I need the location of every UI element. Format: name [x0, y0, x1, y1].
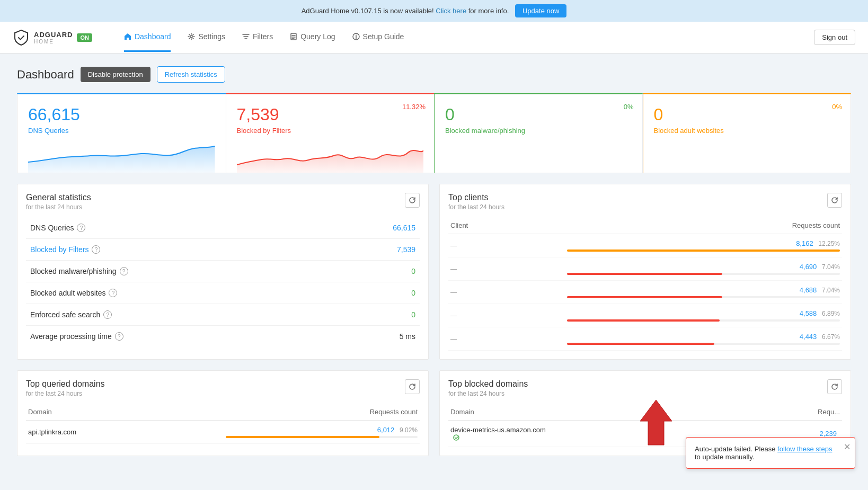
top-blocked-header: Top blocked domains for the last 24 hour… [448, 379, 842, 397]
dns-help-icon[interactable]: ? [77, 224, 85, 232]
stat-row-safe-search: Enforced safe search ? 0 [26, 304, 420, 326]
toast-link[interactable]: follow these steps [777, 445, 832, 453]
queried-col-requests: Requests count [224, 404, 420, 421]
client-bar [567, 343, 714, 345]
top-blocked-subtitle: for the last 24 hours [448, 390, 528, 397]
nav-settings[interactable]: Settings [188, 23, 225, 52]
stat-card-dns-queries: 66,615 DNS Queries [17, 93, 226, 173]
blocked-domain-icon [453, 434, 460, 441]
general-stats-subtitle: for the last 24 hours [26, 203, 91, 211]
queried-domain-name: api.tplinkra.com [26, 421, 224, 444]
banner-suffix: for more info. [468, 7, 509, 15]
top-clients-title: Top clients [448, 193, 504, 202]
blocked-adult-percent: 0% [832, 103, 842, 111]
client-bar [567, 319, 720, 322]
adult-row-value: 0 [411, 289, 415, 297]
client-count-cell: 4,443 6.67% [565, 327, 842, 351]
blocked-col-domain: Domain [448, 404, 759, 421]
sign-out-button[interactable]: Sign out [814, 30, 855, 45]
client-count: 4,588 [800, 309, 817, 317]
blocked-domain-name: device-metrics-us.amazon.com [450, 426, 546, 434]
top-blocked-title: Top blocked domains [448, 379, 528, 389]
on-badge: ON [77, 33, 92, 42]
clients-scroll-area[interactable]: Client Requests count — 8,162 12.25% — 4… [448, 217, 842, 351]
blocked-malware-value: 0 [445, 105, 632, 124]
clients-refresh-icon [831, 197, 838, 204]
stat-card-blocked-malware: 0% 0 Blocked malware/phishing [434, 93, 643, 173]
top-clients-refresh-button[interactable] [827, 193, 842, 208]
top-queried-panel: Top queried domains for the last 24 hour… [17, 370, 429, 456]
client-pct: 7.04% [822, 263, 840, 271]
adguard-logo-icon [13, 29, 30, 46]
client-count: 4,690 [800, 263, 817, 271]
nav-filters[interactable]: Filters [242, 23, 273, 52]
blocked-malware-percent: 0% [624, 103, 634, 111]
client-label: — [448, 234, 565, 257]
bottom-grid: General statistics for the last 24 hours… [17, 184, 851, 456]
safe-search-help-icon[interactable]: ? [103, 310, 112, 319]
blocked-adult-value: 0 [654, 105, 840, 124]
svg-point-3 [454, 435, 459, 440]
logo-text: ADGUARD [34, 31, 73, 39]
stat-row-blocked-filters: Blocked by Filters ? 7,539 [26, 239, 420, 261]
client-pct: 12.25% [818, 240, 840, 247]
malware-help-icon[interactable]: ? [120, 267, 128, 275]
client-label: — [448, 304, 565, 327]
nav-links: Dashboard Settings Filters Query Log Set… [124, 23, 814, 52]
client-label: — [448, 257, 565, 281]
general-stats-refresh-button[interactable] [405, 193, 420, 208]
client-bar [567, 273, 723, 275]
blocked-adult-label: Blocked adult websites [654, 127, 840, 135]
settings-icon [188, 33, 195, 40]
client-count: 4,443 [800, 333, 817, 341]
client-row: — 8,162 12.25% [448, 234, 842, 257]
client-count: 8,162 [796, 239, 813, 247]
disable-protection-button[interactable]: Disable protection [81, 67, 150, 82]
refresh-statistics-button[interactable]: Refresh statistics [157, 66, 225, 83]
nav-setup-guide[interactable]: Setup Guide [352, 23, 404, 52]
top-queried-subtitle: for the last 24 hours [26, 390, 105, 397]
client-count-cell: 4,688 7.04% [565, 281, 842, 304]
client-row: — 4,688 7.04% [448, 281, 842, 304]
top-clients-subtitle: for the last 24 hours [448, 203, 504, 211]
avg-time-row-value: 5 ms [400, 332, 415, 341]
error-toast: Auto-update failed. Please follow these … [686, 437, 855, 469]
clients-col-requests: Requests count [565, 217, 842, 234]
nav-query-log[interactable]: Query Log [290, 23, 335, 52]
main-content: Dashboard Disable protection Refresh sta… [0, 54, 868, 469]
update-banner: AdGuard Home v0.107.15 is now available!… [0, 0, 868, 22]
dns-queries-label: DNS Queries [28, 127, 215, 135]
stats-row: 66,615 DNS Queries 11.32% 7,539 [17, 93, 851, 173]
banner-link[interactable]: Click here [436, 7, 466, 15]
page-header: Dashboard Disable protection Refresh sta… [17, 66, 851, 83]
filters-icon [242, 33, 250, 40]
stat-card-blocked-adult: 0% 0 Blocked adult websites [643, 93, 852, 173]
nav-dashboard[interactable]: Dashboard [124, 23, 171, 52]
client-pct: 6.67% [822, 333, 840, 341]
general-stats-panel: General statistics for the last 24 hours… [17, 184, 429, 360]
dns-queries-chart [28, 141, 215, 173]
stat-card-blocked-filters: 11.32% 7,539 Blocked by Filters [226, 93, 435, 173]
client-bar [567, 250, 840, 252]
toast-close-button[interactable]: ✕ [844, 442, 851, 452]
queried-refresh-icon [409, 383, 416, 390]
client-count: 4,688 [800, 286, 817, 294]
blocked-filters-label: Blocked by Filters [237, 127, 424, 135]
adult-help-icon[interactable]: ? [109, 289, 117, 297]
avg-time-help-icon[interactable]: ? [115, 332, 123, 341]
queried-bar [226, 436, 379, 438]
clients-col-client: Client [448, 217, 565, 234]
blocked-col-requests: Requ... [759, 404, 842, 421]
client-pct: 6.89% [822, 310, 840, 317]
update-now-button[interactable]: Update now [515, 4, 566, 17]
client-row: — 4,588 6.89% [448, 304, 842, 327]
blocked-malware-label: Blocked malware/phishing [445, 127, 632, 135]
top-queried-refresh-button[interactable] [405, 379, 420, 394]
client-count-cell: 8,162 12.25% [565, 234, 842, 257]
setup-guide-icon [352, 33, 360, 40]
general-stats-header: General statistics for the last 24 hours [26, 193, 420, 211]
clients-table: Client Requests count — 8,162 12.25% — 4… [448, 217, 842, 351]
client-label: — [448, 327, 565, 351]
blocked-filters-help-icon[interactable]: ? [92, 245, 100, 254]
top-blocked-refresh-button[interactable] [827, 379, 842, 394]
